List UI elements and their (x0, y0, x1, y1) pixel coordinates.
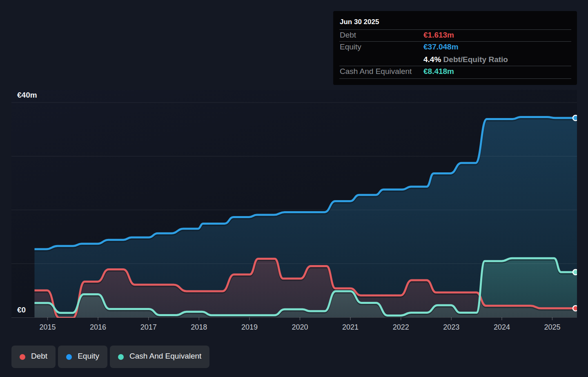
svg-text:2020: 2020 (292, 323, 308, 331)
svg-text:2025: 2025 (544, 323, 560, 331)
svg-text:2022: 2022 (393, 323, 409, 331)
svg-text:2021: 2021 (342, 323, 359, 331)
svg-text:2018: 2018 (191, 323, 207, 331)
svg-text:€40m: €40m (17, 91, 37, 99)
svg-text:2016: 2016 (90, 323, 106, 331)
svg-text:2019: 2019 (241, 323, 258, 331)
svg-text:2017: 2017 (140, 323, 157, 331)
svg-text:2023: 2023 (443, 323, 459, 331)
svg-text:€0: €0 (17, 306, 26, 314)
svg-text:2024: 2024 (494, 323, 510, 331)
svg-text:2015: 2015 (39, 323, 56, 331)
